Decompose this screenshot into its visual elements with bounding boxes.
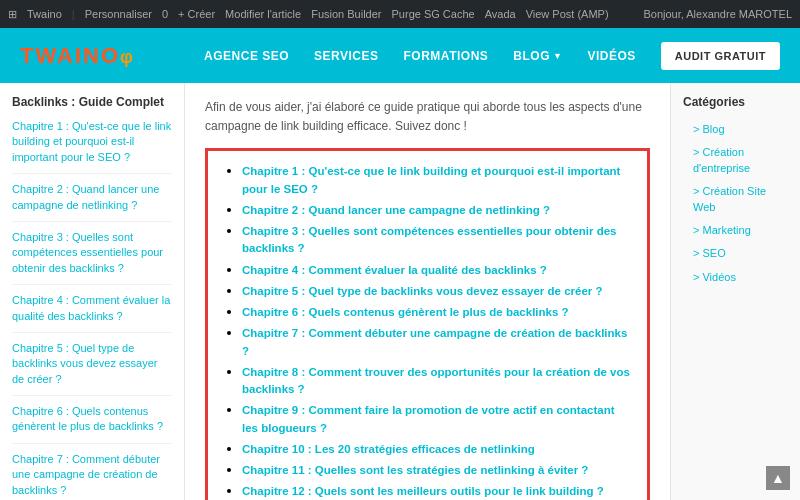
chapters-box: Chapitre 1 : Qu'est-ce que le link build… [205, 148, 650, 500]
chapter-link[interactable]: Chapitre 7 : Comment débuter une campagn… [242, 327, 627, 356]
site-logo[interactable]: TWAINOφ [20, 43, 135, 69]
chapter-item: Chapitre 2 : Quand lancer une campagne d… [242, 202, 631, 219]
admin-wp-icon[interactable]: ⊞ [8, 8, 17, 21]
chapter-link[interactable]: Chapitre 8 : Comment trouver des opportu… [242, 366, 630, 395]
nav-blog[interactable]: BLOG ▼ [513, 49, 562, 63]
chapter-link[interactable]: Chapitre 4 : Comment évaluer la qualité … [242, 264, 547, 276]
page-content: Backlinks : Guide Complet Chapitre 1 : Q… [0, 83, 800, 500]
categories-title: Catégories [683, 95, 788, 109]
category-link[interactable]: Vidéos [683, 267, 788, 288]
nav-services[interactable]: SERVICES [314, 49, 378, 63]
chapter-item: Chapitre 9 : Comment faire la promotion … [242, 402, 631, 437]
sidebar-link[interactable]: Chapitre 2 : Quand lancer une campagne d… [12, 182, 172, 222]
admin-avada[interactable]: Avada [485, 8, 516, 20]
sidebar-title: Backlinks : Guide Complet [12, 95, 172, 109]
chapter-item: Chapitre 6 : Quels contenus génèrent le … [242, 304, 631, 321]
sidebar-link[interactable]: Chapitre 4 : Comment évaluer la qualité … [12, 293, 172, 333]
right-sidebar: Catégories BlogCréation d'entrepriseCréa… [670, 83, 800, 500]
nav-videos[interactable]: VIDÉOS [587, 49, 635, 63]
admin-edit[interactable]: Modifier l'article [225, 8, 301, 20]
admin-customize[interactable]: Personnaliser [85, 8, 152, 20]
chapter-item: Chapitre 1 : Qu'est-ce que le link build… [242, 163, 631, 198]
category-link[interactable]: Création Site Web [683, 181, 788, 218]
nav-formations[interactable]: FORMATIONS [404, 49, 489, 63]
category-link[interactable]: Création d'entreprise [683, 142, 788, 179]
chapter-link[interactable]: Chapitre 9 : Comment faire la promotion … [242, 404, 615, 433]
chapter-item: Chapitre 10 : Les 20 stratégies efficace… [242, 441, 631, 458]
admin-user: Bonjour, Alexandre MAROTEL [643, 8, 792, 20]
content-area: Afin de vous aider, j'ai élaboré ce guid… [185, 83, 800, 500]
chapter-item: Chapitre 4 : Comment évaluer la qualité … [242, 262, 631, 279]
chapter-item: Chapitre 12 : Quels sont les meilleurs o… [242, 483, 631, 500]
chapter-item: Chapitre 3 : Quelles sont compétences es… [242, 223, 631, 258]
site-header: TWAINOφ AGENCE SEO SERVICES FORMATIONS B… [0, 28, 800, 83]
admin-amp[interactable]: View Post (AMP) [526, 8, 609, 20]
sidebar-link[interactable]: Chapitre 5 : Quel type de backlinks vous… [12, 341, 172, 396]
chapter-link[interactable]: Chapitre 1 : Qu'est-ce que le link build… [242, 165, 620, 194]
nav-agence[interactable]: AGENCE SEO [204, 49, 289, 63]
audit-button[interactable]: AUDIT GRATUIT [661, 42, 780, 70]
sidebar-link[interactable]: Chapitre 7 : Comment débuter une campagn… [12, 452, 172, 500]
chapter-link[interactable]: Chapitre 6 : Quels contenus génèrent le … [242, 306, 569, 318]
logo-text: TWAINO [20, 43, 120, 68]
chapter-link[interactable]: Chapitre 3 : Quelles sont compétences es… [242, 225, 617, 254]
admin-purge[interactable]: Purge SG Cache [392, 8, 475, 20]
category-link[interactable]: SEO [683, 243, 788, 264]
sidebar-link[interactable]: Chapitre 3 : Quelles sont compétences es… [12, 230, 172, 285]
admin-separator-1: | [72, 8, 75, 20]
scroll-top-button[interactable]: ▲ [766, 466, 790, 490]
sidebar-link[interactable]: Chapitre 6 : Quels contenus génèrent le … [12, 404, 172, 444]
chapter-link[interactable]: Chapitre 5 : Quel type de backlinks vous… [242, 285, 603, 297]
categories-list: BlogCréation d'entrepriseCréation Site W… [683, 119, 788, 288]
admin-comments[interactable]: 0 [162, 8, 168, 20]
admin-bar: ⊞ Twaino | Personnaliser 0 + Créer Modif… [0, 0, 800, 28]
admin-create[interactable]: + Créer [178, 8, 215, 20]
chapter-link[interactable]: Chapitre 12 : Quels sont les meilleurs o… [242, 485, 604, 497]
chapters-list: Chapitre 1 : Qu'est-ce que le link build… [224, 163, 631, 500]
chapter-item: Chapitre 11 : Quelles sont les stratégie… [242, 462, 631, 479]
chapter-item: Chapitre 7 : Comment débuter une campagn… [242, 325, 631, 360]
category-link[interactable]: Marketing [683, 220, 788, 241]
chapter-item: Chapitre 5 : Quel type de backlinks vous… [242, 283, 631, 300]
sidebar-link[interactable]: Chapitre 1 : Qu'est-ce que le link build… [12, 119, 172, 174]
chevron-down-icon: ▼ [553, 51, 562, 61]
chapter-link[interactable]: Chapitre 11 : Quelles sont les stratégie… [242, 464, 588, 476]
main-content: Afin de vous aider, j'ai élaboré ce guid… [185, 83, 670, 500]
chapter-link[interactable]: Chapitre 10 : Les 20 stratégies efficace… [242, 443, 535, 455]
chapter-link[interactable]: Chapitre 2 : Quand lancer une campagne d… [242, 204, 550, 216]
logo-symbol: φ [120, 47, 135, 67]
chapter-item: Chapitre 8 : Comment trouver des opportu… [242, 364, 631, 399]
intro-text: Afin de vous aider, j'ai élaboré ce guid… [205, 98, 650, 136]
main-nav: AGENCE SEO SERVICES FORMATIONS BLOG ▼ VI… [204, 42, 780, 70]
left-sidebar: Backlinks : Guide Complet Chapitre 1 : Q… [0, 83, 185, 500]
admin-fusion[interactable]: Fusion Builder [311, 8, 381, 20]
sidebar-links: Chapitre 1 : Qu'est-ce que le link build… [12, 119, 172, 500]
category-link[interactable]: Blog [683, 119, 788, 140]
admin-site-name[interactable]: Twaino [27, 8, 62, 20]
